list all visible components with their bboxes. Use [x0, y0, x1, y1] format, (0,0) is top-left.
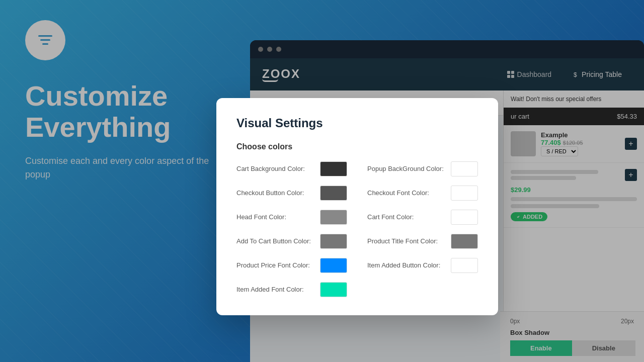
color-row-empty-right-5 — [367, 282, 478, 297]
color-row-left-0: Cart Background Color: — [236, 161, 347, 176]
color-row-left-5: Item Added Font Color: — [236, 282, 347, 297]
color-swatch[interactable] — [320, 234, 347, 249]
modal-title: Visual Settings — [236, 116, 478, 130]
modal-section-title: Choose colors — [236, 142, 478, 151]
color-label: Head Font Color: — [236, 213, 315, 222]
color-row-left-2: Head Font Color: — [236, 210, 347, 225]
color-label: Checkout Button Color: — [236, 189, 315, 198]
color-row-left-3: Add To Cart Button Color: — [236, 234, 347, 249]
color-row-right-0: Popup BackGround Color: — [367, 161, 478, 176]
modal-overlay[interactable]: Visual Settings Choose colors Cart Backg… — [0, 0, 644, 362]
color-label: Cart Font Color: — [367, 213, 446, 222]
color-row-left-4: Product Price Font Color: — [236, 258, 347, 273]
color-swatch[interactable] — [451, 161, 478, 176]
color-row-right-1: Checkout Font Color: — [367, 186, 478, 201]
color-swatch[interactable] — [451, 186, 478, 201]
color-label: Product Price Font Color: — [236, 261, 315, 270]
color-swatch[interactable] — [451, 234, 478, 249]
color-swatch[interactable] — [451, 258, 478, 273]
color-row-right-2: Cart Font Color: — [367, 210, 478, 225]
color-grid: Cart Background Color: Popup BackGround … — [236, 161, 478, 297]
color-label: Item Added Button Color: — [367, 261, 446, 270]
color-swatch[interactable] — [320, 258, 347, 273]
color-row-right-4: Item Added Button Color: — [367, 258, 478, 273]
color-label: Cart Background Color: — [236, 165, 315, 173]
color-row-right-3: Product Title Font Color: — [367, 234, 478, 249]
color-swatch[interactable] — [451, 210, 478, 225]
color-row-left-1: Checkout Button Color: — [236, 186, 347, 201]
color-label: Checkout Font Color: — [367, 189, 446, 198]
visual-settings-modal: Visual Settings Choose colors Cart Backg… — [216, 98, 498, 315]
color-swatch[interactable] — [320, 282, 347, 297]
color-swatch[interactable] — [320, 186, 347, 201]
color-swatch[interactable] — [320, 210, 347, 225]
color-label: Item Added Font Color: — [236, 286, 315, 294]
color-label: Add To Cart Button Color: — [236, 237, 315, 246]
color-label: Product Title Font Color: — [367, 237, 446, 246]
color-label: Popup BackGround Color: — [367, 165, 446, 173]
color-swatch[interactable] — [320, 161, 347, 176]
